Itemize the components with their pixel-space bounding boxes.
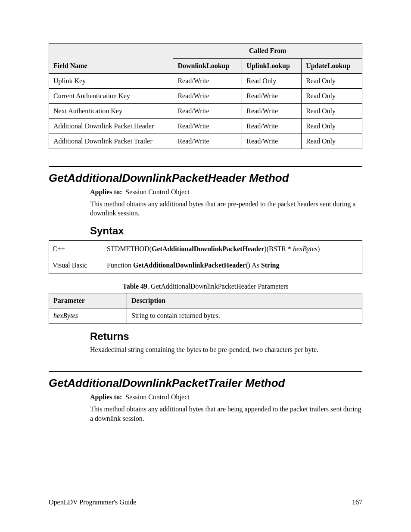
table-row: Uplink Key Read/Write Read Only Read Onl… (49, 74, 362, 89)
col-header-updatelookup: UpdateLookup (302, 59, 362, 74)
col-header-downlinklookup: DownlinkLookup (173, 59, 242, 74)
col-header-uplinklookup: UplinkLookup (242, 59, 302, 74)
table-row: Next Authentication Key Read/Write Read/… (49, 104, 362, 119)
syntax-lang-vb: Visual Basic (49, 257, 104, 274)
method-description: This method obtains any additional bytes… (90, 404, 362, 423)
syntax-heading: Syntax (90, 225, 362, 237)
method-description: This method obtains any additional bytes… (90, 199, 362, 218)
applies-to-line: Applies to: Session Control Object (90, 392, 362, 402)
table-row: Additional Downlink Packet Trailer Read/… (49, 134, 362, 149)
applies-to-line: Applies to: Session Control Object (90, 187, 362, 197)
returns-heading: Returns (90, 330, 362, 342)
method-heading-get-additional-downlink-packet-trailer: GetAdditionalDownlinkPacketTrailer Metho… (49, 371, 362, 390)
returns-text: Hexadecimal string containing the bytes … (90, 345, 362, 355)
method-heading-get-additional-downlink-packet-header: GetAdditionalDownlinkPacketHeader Method (49, 166, 362, 185)
syntax-code-cpp: STDMETHOD(GetAdditionalDownlinkPacketHea… (103, 240, 362, 257)
table-row: Current Authentication Key Read/Write Re… (49, 89, 362, 104)
col-header-span-called-from: Called From (173, 44, 362, 59)
table-row: Additional Downlink Packet Header Read/W… (49, 119, 362, 134)
page-footer: OpenLDV Programmer's Guide 167 (49, 498, 362, 506)
col-header-description: Description (127, 293, 362, 308)
parameter-table: Parameter Description hexBytes String to… (49, 293, 362, 324)
table-row: hexBytes String to contain returned byte… (49, 308, 362, 323)
table-caption-49: Table 49. GetAdditionalDownlinkPacketHea… (49, 283, 362, 290)
col-header-parameter: Parameter (49, 293, 127, 308)
footer-page-number: 167 (352, 498, 362, 506)
syntax-lang-cpp: C++ (49, 240, 104, 257)
col-header-field-name: Field Name (49, 44, 173, 74)
footer-title: OpenLDV Programmer's Guide (49, 498, 136, 506)
syntax-code-vb: Function GetAdditionalDownlinkPacketHead… (103, 257, 362, 274)
field-access-table: Field Name Called From DownlinkLookup Up… (49, 43, 362, 149)
syntax-table: C++ STDMETHOD(GetAdditionalDownlinkPacke… (49, 240, 362, 274)
